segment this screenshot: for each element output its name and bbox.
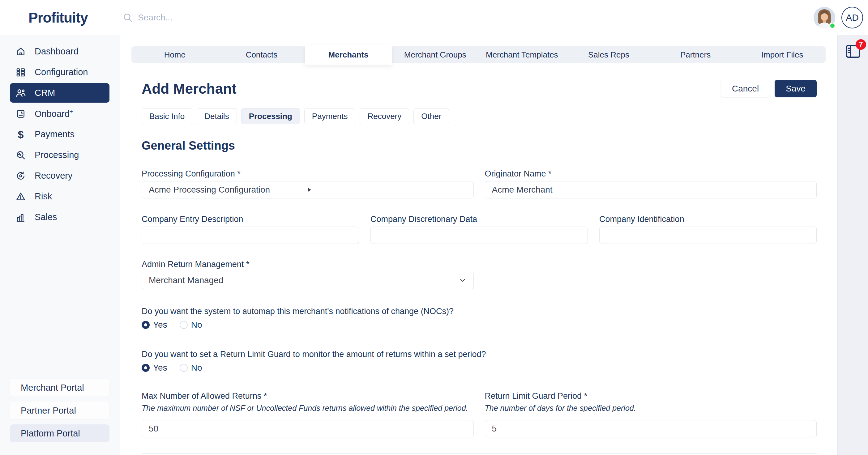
avatar[interactable] — [813, 7, 835, 28]
page-title: Add Merchant — [142, 80, 237, 97]
company-identification-input[interactable] — [599, 227, 817, 244]
return-limit-guard-radio-group: Yes No — [142, 363, 817, 373]
sidebar-item-crm[interactable]: CRM — [10, 83, 110, 103]
sidebar-item-label: Processing — [35, 150, 79, 160]
users-icon — [16, 88, 26, 98]
subtab-recovery[interactable]: Recovery — [360, 108, 409, 124]
bottom-divider — [142, 453, 817, 454]
app-header: Profituity AD — [0, 0, 868, 35]
search-icon — [122, 12, 133, 23]
subtab-details[interactable]: Details — [197, 108, 237, 124]
home-icon — [16, 46, 26, 57]
automap-nocs-yes[interactable]: Yes — [142, 320, 167, 330]
sidebar-item-processing[interactable]: Processing — [10, 145, 110, 165]
sidebar-item-label: Dashboard — [35, 46, 79, 57]
radio-selected-icon — [142, 364, 150, 372]
sidebar-item-recovery[interactable]: Recovery — [10, 166, 110, 186]
sidebar: Dashboard Configuration CRM Onboard+ — [0, 35, 120, 455]
sales-icon — [16, 212, 26, 223]
return-limit-guard-no[interactable]: No — [180, 363, 202, 373]
save-button[interactable]: Save — [775, 80, 817, 97]
search-input[interactable] — [138, 13, 280, 23]
portal-buttons: Merchant Portal Partner Portal Platform … — [0, 379, 120, 455]
sidebar-item-label: Onboard+ — [35, 108, 73, 119]
section-title: General Settings — [142, 139, 817, 152]
company-identification-label: Company Identification — [599, 214, 817, 224]
originator-name-input[interactable] — [485, 181, 817, 198]
sidebar-item-dashboard[interactable]: Dashboard — [10, 42, 110, 61]
online-status-dot — [829, 23, 836, 29]
subtab-basic-info[interactable]: Basic Info — [142, 108, 192, 124]
tab-home[interactable]: Home — [131, 46, 218, 63]
sidebar-item-label: Risk — [35, 191, 52, 201]
tab-merchant-templates[interactable]: Merchant Templates — [479, 46, 565, 63]
admin-return-management-select[interactable]: Merchant Managed — [142, 272, 474, 289]
automap-nocs-question: Do you want the system to automap this m… — [142, 306, 817, 316]
tab-partners[interactable]: Partners — [652, 46, 739, 63]
processing-configuration-select[interactable]: Acme Processing Configuration — [142, 181, 474, 198]
merchant-form: Add Merchant Cancel Save Basic Info Deta… — [131, 80, 826, 454]
sidebar-item-risk[interactable]: Risk — [10, 187, 110, 206]
platform-portal-button[interactable]: Platform Portal — [10, 424, 110, 442]
max-allowed-returns-input[interactable] — [142, 420, 474, 437]
sidebar-item-label: Payments — [35, 129, 74, 139]
header-right: AD — [813, 7, 863, 28]
sidebar-item-label: Sales — [35, 212, 57, 222]
return-limit-guard-question: Do you want to set a Return Limit Guard … — [142, 349, 817, 359]
notification-badge: 7 — [856, 39, 866, 50]
return-limit-guard-period-input[interactable] — [485, 420, 817, 437]
sidebar-item-label: CRM — [35, 88, 55, 98]
max-allowed-returns-helper: The maximum number of NSF or Uncollected… — [142, 403, 474, 413]
payments-icon: $ — [16, 129, 26, 140]
main-area: Home Contacts Merchants Merchant Groups … — [120, 35, 837, 455]
company-entry-description-label: Company Entry Description — [142, 214, 359, 224]
subtab-payments[interactable]: Payments — [304, 108, 355, 124]
sidebar-item-configuration[interactable]: Configuration — [10, 62, 110, 82]
max-allowed-returns-label: Max Number of Allowed Returns * — [142, 391, 474, 401]
processing-icon — [16, 150, 26, 160]
return-limit-guard-period-helper: The number of days for the specified per… — [485, 403, 817, 413]
tab-sales-reps[interactable]: Sales Reps — [565, 46, 652, 63]
company-entry-description-input[interactable] — [142, 227, 359, 244]
automap-nocs-no[interactable]: No — [180, 320, 202, 330]
tab-merchants[interactable]: Merchants — [305, 45, 392, 65]
right-panel: 7 — [837, 35, 868, 455]
app-logo[interactable]: Profituity — [28, 9, 88, 26]
radio-unselected-icon — [180, 321, 188, 329]
configuration-icon — [16, 67, 26, 77]
risk-icon — [16, 191, 26, 202]
sidebar-item-label: Configuration — [35, 67, 88, 77]
return-limit-guard-period-label: Return Limit Guard Period * — [485, 391, 817, 401]
company-discretionary-data-input[interactable] — [370, 227, 588, 244]
notifications-panel-button[interactable]: 7 — [846, 44, 861, 58]
processing-configuration-label: Processing Configuration * — [142, 169, 474, 178]
crm-tabbar: Home Contacts Merchants Merchant Groups … — [131, 46, 826, 63]
radio-selected-icon — [142, 321, 150, 329]
sidebar-item-payments[interactable]: $ Payments — [10, 125, 110, 144]
tab-import-files[interactable]: Import Files — [739, 46, 826, 63]
admin-return-management-label: Admin Return Management * — [142, 259, 474, 269]
automap-nocs-radio-group: Yes No — [142, 320, 817, 330]
company-discretionary-data-label: Company Discretionary Data — [370, 214, 588, 224]
chevron-down-icon — [459, 277, 467, 284]
return-limit-guard-yes[interactable]: Yes — [142, 363, 167, 373]
recovery-icon — [16, 171, 26, 181]
subtab-other[interactable]: Other — [413, 108, 449, 124]
app-root: Profituity AD — [0, 0, 868, 455]
sidebar-item-onboard[interactable]: Onboard+ — [10, 104, 110, 123]
cancel-button[interactable]: Cancel — [721, 80, 770, 97]
sidebar-item-sales[interactable]: Sales — [10, 207, 110, 227]
tab-merchant-groups[interactable]: Merchant Groups — [392, 46, 479, 63]
originator-name-label: Originator Name * — [485, 169, 817, 178]
section-divider — [142, 159, 817, 159]
form-subtabs: Basic Info Details Processing Payments R… — [142, 108, 817, 124]
user-initials-badge[interactable]: AD — [841, 7, 863, 28]
partner-portal-button[interactable]: Partner Portal — [10, 401, 110, 419]
sidebar-item-label: Recovery — [35, 171, 73, 181]
caret-right-icon — [308, 188, 466, 192]
radio-unselected-icon — [180, 364, 188, 372]
subtab-processing[interactable]: Processing — [241, 108, 300, 124]
tab-contacts[interactable]: Contacts — [218, 46, 305, 63]
merchant-portal-button[interactable]: Merchant Portal — [10, 379, 110, 397]
onboard-icon — [16, 108, 26, 119]
